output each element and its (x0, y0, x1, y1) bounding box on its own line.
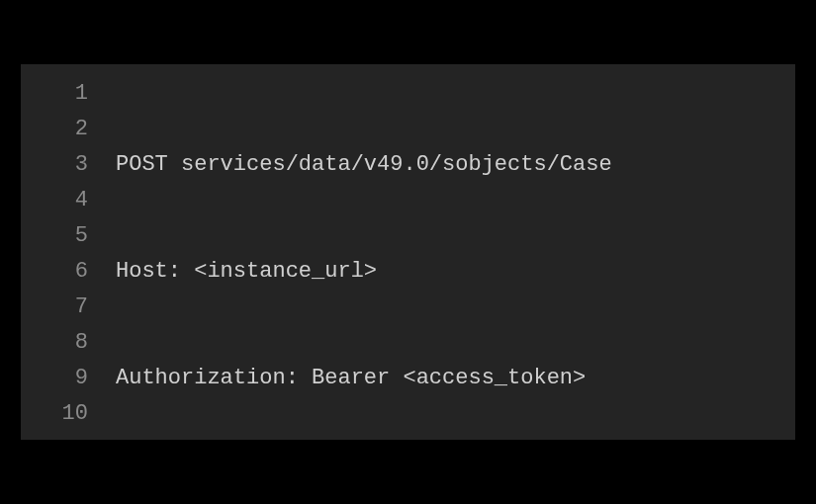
line-number: 2 (21, 112, 88, 147)
line-number-gutter: 1 2 3 4 5 6 7 8 9 10 (21, 76, 116, 428)
code-area[interactable]: POST services/data/v49.0/sobjects/Case H… (116, 76, 795, 428)
line-number: 7 (21, 290, 88, 325)
code-line (116, 467, 795, 503)
line-number: 4 (21, 183, 88, 218)
line-number: 9 (21, 361, 88, 396)
code-text: Authorization: Bearer <access_token> (116, 366, 586, 390)
code-text: Host: <instance_url> (116, 259, 377, 284)
line-number: 1 (21, 76, 88, 112)
code-text: POST services/data/v49.0/sobjects/Case (116, 152, 612, 177)
line-number: 8 (21, 325, 88, 361)
code-editor[interactable]: 1 2 3 4 5 6 7 8 9 10 POST services/data/… (21, 64, 795, 440)
code-line: POST services/data/v49.0/sobjects/Case (116, 147, 795, 183)
line-number: 10 (21, 396, 88, 432)
line-number: 3 (21, 147, 88, 183)
code-line: Authorization: Bearer <access_token> (116, 361, 795, 396)
line-number: 6 (21, 254, 88, 290)
line-number: 5 (21, 218, 88, 254)
code-line: Host: <instance_url> (116, 254, 795, 290)
